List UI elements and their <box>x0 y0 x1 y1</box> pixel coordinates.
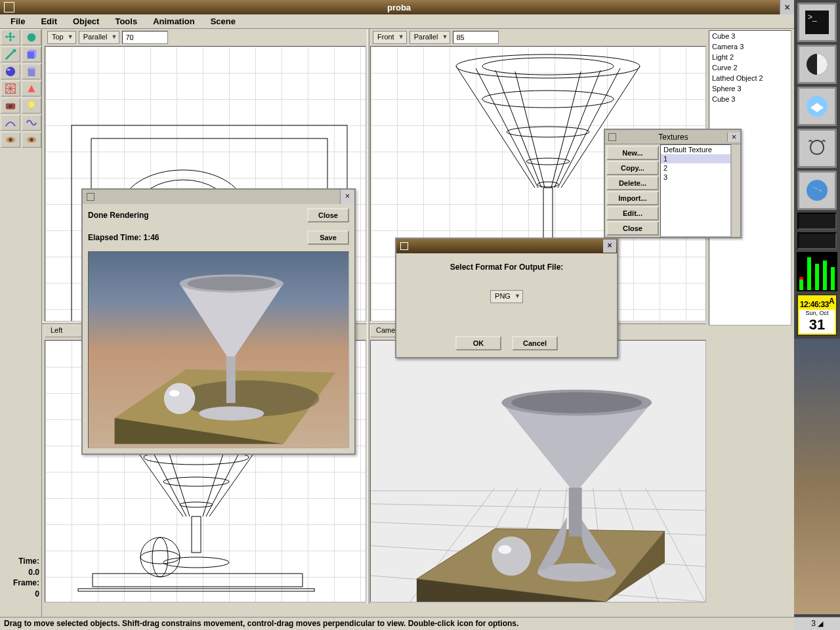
sphere-tool-icon[interactable] <box>1 64 20 79</box>
menu-animation[interactable]: Animation <box>146 15 201 28</box>
frame-label: Frame: <box>3 578 39 589</box>
vertical-splitter[interactable] <box>367 29 369 604</box>
cube-tool-icon[interactable] <box>22 47 41 62</box>
view-top-header: Top Parallel <box>45 30 168 45</box>
window-menu-icon[interactable] <box>4 2 14 12</box>
svg-rect-49 <box>226 356 236 403</box>
view-top-projection-select[interactable]: Parallel <box>79 31 120 44</box>
svg-point-5 <box>28 67 35 70</box>
format-ok-button[interactable]: OK <box>455 336 501 350</box>
curve-tool-icon[interactable] <box>1 115 20 131</box>
view-left-label[interactable]: Left <box>45 324 84 337</box>
render-titlebar[interactable]: × <box>83 190 354 204</box>
window-title: proba <box>18 3 780 12</box>
render-close-button[interactable]: Close <box>307 208 349 222</box>
svg-point-10 <box>9 138 12 141</box>
status-bar: Drag to move selected objects. Shift-dra… <box>0 617 794 630</box>
list-item[interactable]: Default Texture <box>661 145 730 154</box>
format-cancel-button[interactable]: Cancel <box>512 336 558 350</box>
rotate-tool-icon[interactable] <box>22 30 41 45</box>
render-close-icon[interactable]: × <box>340 190 354 204</box>
textures-close-button[interactable]: × <box>727 133 740 142</box>
dock-mixer-icon[interactable] <box>797 213 837 230</box>
view-top-select[interactable]: Top <box>47 31 76 44</box>
svg-point-30 <box>163 477 229 486</box>
dock-net-icon[interactable] <box>797 232 837 249</box>
dock-clock[interactable]: 12:46:33A Sun, Oct 31 <box>797 294 837 336</box>
window-close-button[interactable]: × <box>780 0 794 14</box>
list-item[interactable]: Camera 3 <box>709 41 791 52</box>
scale-tool-icon[interactable] <box>1 47 20 62</box>
textures-delete-button[interactable]: Delete... <box>606 176 659 190</box>
list-item[interactable]: Lathed Object 2 <box>709 73 791 83</box>
dock-ampm: A <box>829 297 834 306</box>
view-top-zoom-input[interactable] <box>122 31 168 44</box>
render-window: × Done Rendering Close Elapsed Time: 1:4… <box>81 188 356 455</box>
desktop-dock: >_ 12:46:33A Sun, Oct 31 3 ◢ <box>794 0 840 630</box>
svg-rect-1 <box>28 52 35 59</box>
dock-gnu-icon[interactable] <box>797 129 837 168</box>
svg-rect-4 <box>28 68 35 77</box>
format-dialog-prompt: Select Format For Output File: <box>403 262 610 272</box>
menu-edit[interactable]: Edit <box>34 15 64 28</box>
format-dialog-icon[interactable] <box>400 242 408 250</box>
dock-pager[interactable]: 3 ◢ <box>794 617 840 630</box>
list-item[interactable]: Sphere 3 <box>709 83 791 94</box>
menu-object[interactable]: Object <box>66 15 106 28</box>
dock-app-icon[interactable] <box>797 45 837 84</box>
textures-scrollbar[interactable] <box>731 144 740 237</box>
svg-point-8 <box>29 102 35 108</box>
textures-list[interactable]: Default Texture 1 2 3 <box>660 144 731 237</box>
mesh-tool-icon[interactable] <box>1 81 20 96</box>
format-dialog-titlebar[interactable]: × <box>396 239 617 253</box>
format-select[interactable]: PNG <box>490 290 523 303</box>
dock-globe-icon[interactable] <box>797 171 837 210</box>
render-window-icon[interactable] <box>87 193 94 201</box>
view-front-projection-select[interactable]: Parallel <box>410 31 451 44</box>
viewport-camera[interactable] <box>370 340 706 602</box>
render-save-button[interactable]: Save <box>307 230 349 245</box>
svg-point-56 <box>807 180 828 201</box>
cylinder-tool-icon[interactable] <box>22 64 41 79</box>
list-item[interactable]: Curve 2 <box>709 62 791 73</box>
list-item[interactable]: 2 <box>661 163 730 173</box>
textures-titlebar[interactable]: Textures × <box>605 130 740 144</box>
svg-point-35 <box>140 551 180 564</box>
list-item[interactable]: Cube 3 <box>709 31 791 41</box>
eye-move-icon[interactable] <box>1 132 20 148</box>
textures-copy-button[interactable]: Copy... <box>606 161 659 175</box>
textures-import-button[interactable]: Import... <box>606 191 659 205</box>
format-dialog-close-icon[interactable]: × <box>603 240 616 253</box>
textures-window-icon[interactable] <box>608 133 616 141</box>
dock-date: Sun, Oct <box>799 310 835 316</box>
menu-scene[interactable]: Scene <box>204 15 242 28</box>
svg-point-7 <box>9 104 12 108</box>
window-titlebar: proba × <box>0 0 794 14</box>
list-item[interactable]: 3 <box>661 173 730 182</box>
dock-terminal-icon[interactable]: >_ <box>797 3 837 42</box>
move-tool-icon[interactable] <box>1 30 20 45</box>
view-front-zoom-input[interactable] <box>453 31 499 44</box>
textures-new-button[interactable]: New... <box>606 146 659 160</box>
svg-point-24 <box>526 158 570 165</box>
svg-point-22 <box>482 91 614 108</box>
menu-bar: File Edit Object Tools Animation Scene <box>0 14 794 29</box>
time-value: 0.0 <box>3 567 39 578</box>
view-front-select[interactable]: Front <box>373 31 407 44</box>
dock-day: 31 <box>799 316 835 333</box>
eye-rotate-icon[interactable] <box>22 132 41 148</box>
camera-tool-icon[interactable] <box>1 98 20 114</box>
textures-close-button2[interactable]: Close <box>606 221 659 236</box>
dock-level-meters-icon[interactable] <box>797 252 837 291</box>
list-item[interactable]: Cube 3 <box>709 94 791 104</box>
list-item[interactable]: 1 <box>661 154 730 163</box>
poly-tool-icon[interactable] <box>22 81 41 96</box>
dock-mail-icon[interactable] <box>797 87 837 126</box>
svg-point-34 <box>140 537 180 577</box>
menu-tools[interactable]: Tools <box>108 15 144 28</box>
textures-edit-button[interactable]: Edit... <box>606 206 659 220</box>
light-tool-icon[interactable] <box>22 98 41 114</box>
curve2-tool-icon[interactable] <box>22 115 41 131</box>
menu-file[interactable]: File <box>4 15 32 28</box>
list-item[interactable]: Light 2 <box>709 52 791 62</box>
